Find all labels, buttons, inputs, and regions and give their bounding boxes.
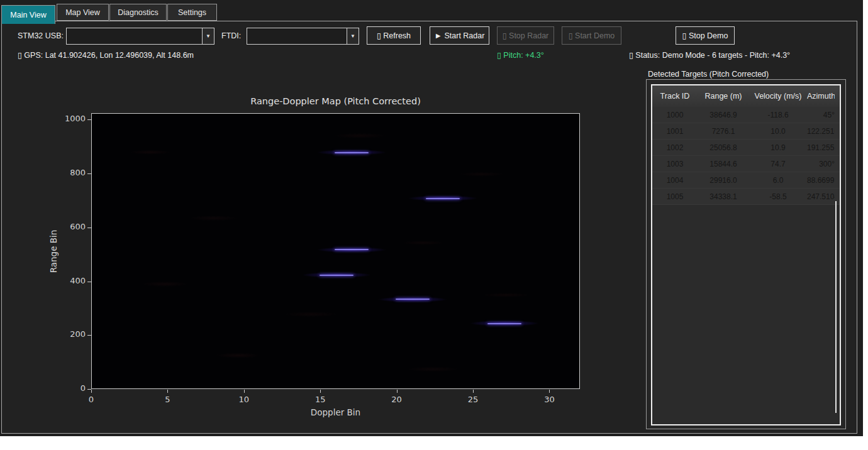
cell-velocity: 10.9 <box>749 143 807 152</box>
cell-track-id: 1002 <box>652 143 698 152</box>
cell-velocity: 6.0 <box>749 176 807 185</box>
cell-azimuth: 88.66998 <box>807 176 835 185</box>
start-demo-button[interactable]: ▯ Start Demo <box>562 26 621 45</box>
y-tick-label: 400 <box>57 276 86 285</box>
y-axis-label: Range Bin <box>48 223 58 280</box>
y-tick-label: 200 <box>57 329 86 339</box>
tab-map-view[interactable]: Map View <box>57 4 109 21</box>
refresh-button[interactable]: ▯ Refresh <box>367 26 421 45</box>
target-streak <box>487 323 521 324</box>
x-tick-mark <box>473 390 474 393</box>
x-tick-label: 0 <box>79 395 104 404</box>
cell-azimuth: 45° <box>807 111 835 119</box>
target-streak <box>335 249 369 250</box>
column-header-velocity[interactable]: Velocity (m/s) <box>749 92 807 101</box>
start-radar-button[interactable]: ► Start Radar <box>430 26 489 45</box>
x-tick-mark <box>549 390 550 393</box>
x-tick-label: 15 <box>308 395 333 404</box>
cell-range: 15844.6 <box>698 160 749 168</box>
table-row[interactable]: 1001 7276.1 10.0 122.2510 <box>652 123 840 140</box>
cell-range: 25056.8 <box>698 143 749 152</box>
y-tick-label: 600 <box>57 222 86 231</box>
cell-range: 7276.1 <box>698 127 749 136</box>
gps-status-label: ▯ GPS: Lat 41.902426, Lon 12.496039, Alt… <box>18 50 194 60</box>
y-tick-label: 1000 <box>57 114 86 123</box>
stop-demo-button[interactable]: ▯ Stop Demo <box>676 26 735 45</box>
x-tick-label: 10 <box>231 395 257 404</box>
cell-range: 34338.1 <box>698 192 749 201</box>
pitch-status-label: ▯ Pitch: +4.3° <box>497 50 544 60</box>
range-doppler-plot[interactable] <box>91 113 580 389</box>
tab-main-view-label: Main View <box>10 11 46 19</box>
x-tick-mark <box>244 390 245 393</box>
cell-velocity: -118.6 <box>749 111 807 119</box>
x-tick-mark <box>397 390 398 393</box>
chart-title: Range-Doppler Map (Pitch Corrected) <box>91 96 580 106</box>
x-tick-label: 20 <box>384 395 409 404</box>
column-header-azimuth[interactable]: Azimuth <box>807 92 835 101</box>
x-tick-label: 25 <box>460 395 486 404</box>
y-tick-label: 0 <box>57 383 86 393</box>
y-tick-mark <box>87 119 91 120</box>
targets-table-header: Track ID Range (m) Velocity (m/s) Azimut… <box>652 85 840 107</box>
column-header-track-id[interactable]: Track ID <box>652 92 698 101</box>
cell-azimuth: 191.2552 <box>807 143 835 152</box>
chevron-down-icon[interactable]: ▼ <box>347 28 359 44</box>
cell-track-id: 1000 <box>652 111 698 119</box>
y-tick-mark <box>87 228 91 228</box>
cell-azimuth: 122.2510 <box>807 127 835 136</box>
screenshot-stage: Main View Map View Diagnostics Settings … <box>0 0 868 450</box>
x-axis-label: Doppler Bin <box>91 407 580 417</box>
cell-track-id: 1005 <box>652 192 698 201</box>
y-tick-mark <box>87 389 91 390</box>
x-tick-mark <box>320 390 321 393</box>
table-row[interactable]: 1003 15844.6 74.7 300° <box>652 156 840 172</box>
column-header-range[interactable]: Range (m) <box>698 92 749 101</box>
cell-track-id: 1001 <box>652 127 698 136</box>
tab-diagnostics[interactable]: Diagnostics <box>109 4 167 21</box>
cell-velocity: -58.5 <box>749 192 807 201</box>
cell-azimuth: 247.5104 <box>807 192 835 201</box>
x-tick-mark <box>167 390 168 393</box>
table-scrollbar[interactable] <box>835 201 837 413</box>
target-streak <box>320 275 353 276</box>
table-row[interactable]: 1004 29916.0 6.0 88.66998 <box>652 172 840 189</box>
x-tick-label: 30 <box>537 395 562 404</box>
chevron-down-icon[interactable]: ▼ <box>202 28 214 44</box>
tab-settings-label: Settings <box>178 8 206 17</box>
app-window: Main View Map View Diagnostics Settings … <box>0 0 863 436</box>
y-tick-mark <box>87 282 91 282</box>
cell-range: 38646.9 <box>698 111 749 119</box>
cell-track-id: 1003 <box>652 160 698 168</box>
table-row[interactable]: 1005 34338.1 -58.5 247.5104 <box>652 189 840 205</box>
ftdi-combobox[interactable]: ▼ <box>247 28 359 45</box>
targets-table[interactable]: Track ID Range (m) Velocity (m/s) Azimut… <box>651 84 841 425</box>
targets-table-rows: 1000 38646.9 -118.6 45° 1001 7276.1 10.0… <box>652 107 840 205</box>
cell-azimuth: 300° <box>807 160 835 168</box>
ftdi-label: FTDI: <box>221 31 241 40</box>
tab-diagnostics-label: Diagnostics <box>118 8 159 17</box>
tab-main-view[interactable]: Main View <box>1 5 55 24</box>
tab-settings[interactable]: Settings <box>167 4 217 21</box>
stm32-usb-combobox[interactable]: ▼ <box>66 28 214 45</box>
stop-radar-button[interactable]: ▯ Stop Radar <box>497 26 554 45</box>
target-streak <box>335 152 369 153</box>
table-row[interactable]: 1002 25056.8 10.9 191.2552 <box>652 140 840 156</box>
cell-range: 29916.0 <box>698 176 749 185</box>
demo-status-label: ▯ Status: Demo Mode - 6 targets - Pitch:… <box>629 50 790 60</box>
cell-track-id: 1004 <box>652 176 698 185</box>
cell-velocity: 10.0 <box>749 127 807 136</box>
tab-map-view-label: Map View <box>65 8 100 17</box>
x-tick-label: 5 <box>155 395 180 404</box>
target-streak <box>426 198 460 199</box>
targets-panel-title: Detected Targets (Pitch Corrected) <box>648 70 769 79</box>
y-tick-mark <box>87 335 91 336</box>
table-row[interactable]: 1000 38646.9 -118.6 45° <box>652 107 840 123</box>
y-tick-label: 800 <box>57 168 86 177</box>
x-tick-mark <box>91 390 92 393</box>
y-tick-mark <box>87 173 91 174</box>
cell-velocity: 74.7 <box>749 160 807 168</box>
stm32-usb-label: STM32 USB: <box>18 31 64 40</box>
